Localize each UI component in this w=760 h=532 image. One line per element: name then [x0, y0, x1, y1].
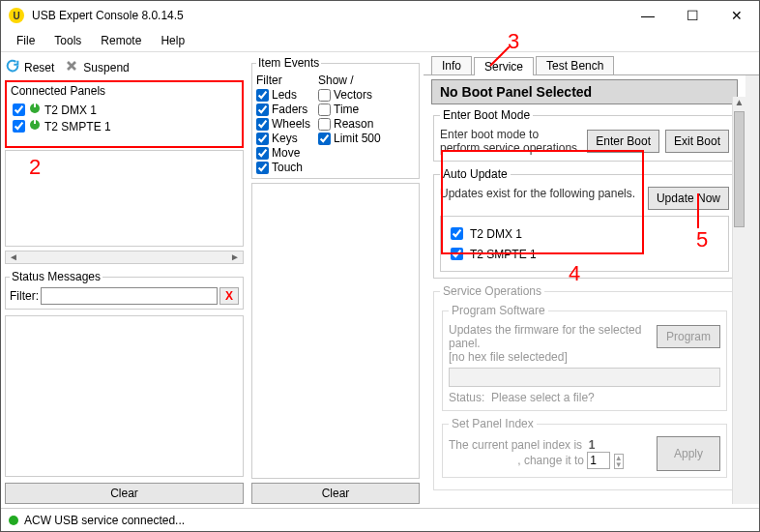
auto-update-label: Auto Update: [440, 167, 511, 181]
item-events-area: [251, 183, 420, 479]
scroll-left-icon[interactable]: ◄: [6, 251, 21, 263]
panel-name: T2 DMX 1: [44, 103, 97, 117]
list-item[interactable]: T2 SMPTE 1: [13, 118, 236, 134]
panel-checkbox[interactable]: [13, 103, 25, 116]
window-title: USB Expert Console 8.0.14.5: [32, 9, 626, 22]
reset-icon[interactable]: [5, 58, 20, 76]
panel-index-input[interactable]: [587, 452, 610, 469]
show-reason[interactable]: [318, 118, 331, 131]
filter-faders[interactable]: [256, 103, 269, 116]
program-status-label: Status:: [449, 391, 484, 404]
spinner-icon[interactable]: ▲▼: [614, 454, 624, 469]
show-limit500[interactable]: [318, 133, 331, 145]
tab-service[interactable]: Service: [474, 57, 534, 75]
boot-text: Enter boot mode to perform service opera…: [440, 128, 581, 155]
h-scrollbar[interactable]: ◄ ►: [5, 251, 244, 264]
suspend-button[interactable]: Suspend: [83, 61, 129, 74]
filter-input[interactable]: [41, 287, 218, 305]
hex-file-field: [449, 368, 720, 387]
maximize-button[interactable]: ☐: [670, 1, 715, 30]
update-panel-checkbox[interactable]: [451, 248, 463, 260]
suspend-icon[interactable]: [64, 58, 79, 76]
panel-checkbox[interactable]: [13, 120, 25, 133]
update-panel-checkbox[interactable]: [451, 227, 463, 240]
svg-rect-3: [34, 120, 36, 124]
filter-leds[interactable]: [256, 89, 269, 102]
close-button[interactable]: ✕: [715, 1, 759, 30]
no-hex-label: [no hex file selecteded]: [449, 350, 720, 364]
set-panel-index-label: Set Panel Index: [449, 417, 537, 430]
reset-button[interactable]: Reset: [24, 61, 54, 74]
menu-remote[interactable]: Remote: [91, 32, 151, 49]
status-indicator-icon: [9, 516, 18, 525]
filter-label: Filter:: [10, 289, 39, 303]
panel-name: T2 SMPTE 1: [44, 120, 111, 133]
scroll-thumb[interactable]: [734, 111, 745, 227]
program-software-label: Program Software: [449, 304, 548, 317]
menu-tools[interactable]: Tools: [44, 32, 91, 49]
connected-panels-group: Connected Panels T2 DMX 1 T2 SMPTE 1: [5, 80, 244, 148]
program-button[interactable]: Program: [657, 325, 720, 348]
device-icon: [29, 119, 41, 133]
panel-header: No Boot Panel Selected: [431, 79, 738, 104]
auto-update-text: Updates exist for the following panels.: [440, 187, 640, 210]
clear-status-button[interactable]: Clear: [5, 483, 244, 504]
clear-events-button[interactable]: Clear: [251, 483, 420, 504]
update-now-button[interactable]: Update Now: [648, 187, 729, 210]
list-item[interactable]: T2 DMX 1: [13, 102, 236, 118]
svg-rect-1: [34, 103, 36, 107]
tab-info[interactable]: Info: [431, 56, 472, 74]
panel-detail-area: [5, 150, 244, 247]
show-col-label: Show /: [318, 74, 381, 87]
status-messages-label: Status Messages: [10, 270, 102, 283]
app-icon: U: [9, 8, 24, 23]
filter-move[interactable]: [256, 147, 269, 160]
menu-help[interactable]: Help: [151, 32, 194, 49]
v-scrollbar[interactable]: ▲: [732, 97, 745, 504]
program-status: Please select a file?: [491, 391, 595, 404]
menu-file[interactable]: File: [7, 32, 44, 49]
connected-panels-label: Connected Panels: [11, 84, 238, 98]
show-vectors[interactable]: [318, 89, 331, 102]
status-messages-area: [5, 315, 244, 477]
filter-touch[interactable]: [256, 162, 269, 174]
device-icon: [29, 103, 41, 117]
enter-boot-button[interactable]: Enter Boot: [587, 130, 659, 153]
item-events-label: Item Events: [256, 56, 321, 70]
tab-test-bench[interactable]: Test Bench: [536, 56, 614, 74]
minimize-button[interactable]: —: [626, 1, 670, 30]
exit-boot-button[interactable]: Exit Boot: [665, 130, 729, 153]
filter-keys[interactable]: [256, 133, 269, 145]
show-time[interactable]: [318, 103, 331, 116]
filter-col-label: Filter: [256, 74, 310, 87]
apply-button[interactable]: Apply: [657, 436, 720, 471]
boot-mode-label: Enter Boot Mode: [440, 108, 533, 122]
scroll-up-icon[interactable]: ▲: [733, 97, 745, 110]
program-text: Updates the firmware for the selected pa…: [449, 323, 651, 350]
clear-filter-button[interactable]: X: [219, 287, 239, 305]
filter-wheels[interactable]: [256, 118, 269, 131]
status-text: ACW USB service connected...: [24, 514, 185, 527]
service-ops-label: Service Operations: [440, 284, 544, 298]
panel-index-value: 1: [589, 438, 596, 452]
scroll-right-icon[interactable]: ►: [227, 251, 243, 263]
